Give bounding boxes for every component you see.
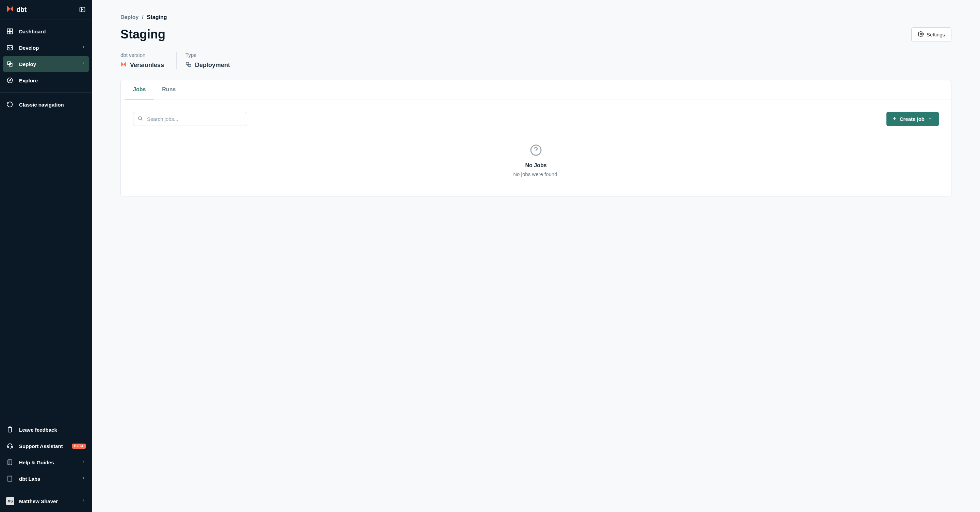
user-menu[interactable]: MS Matthew Shaver [4, 494, 88, 508]
chevron-down-icon [928, 116, 933, 122]
search-icon [137, 116, 143, 123]
tabs: Jobs Runs [121, 80, 951, 99]
page-title: Staging [121, 27, 165, 41]
settings-button-label: Settings [927, 32, 945, 37]
sidebar-header: dbt [0, 0, 92, 19]
environment-meta: dbt version Versionless Type Deployment [121, 52, 951, 69]
meta-version-value: Versionless [121, 61, 164, 69]
book-icon [6, 459, 14, 466]
logo[interactable]: dbt [6, 5, 27, 14]
settings-button[interactable]: Settings [911, 27, 951, 42]
logo-text: dbt [16, 6, 27, 14]
breadcrumb-current: Staging [147, 14, 167, 21]
sidebar-item-help[interactable]: Help & Guides [3, 455, 89, 470]
sidebar-nav: Dashboard Develop Deploy [0, 19, 92, 490]
svg-point-10 [8, 78, 13, 83]
dbt-logo-icon [6, 5, 14, 14]
sidebar-item-develop[interactable]: Develop [3, 40, 89, 56]
develop-icon [6, 44, 14, 51]
search-input[interactable] [133, 112, 247, 126]
create-job-button[interactable]: + Create job [886, 112, 939, 126]
explore-icon [6, 77, 14, 84]
svg-rect-3 [10, 29, 13, 31]
jobs-card: Jobs Runs + Create job [121, 80, 951, 196]
meta-type-value: Deployment [185, 61, 230, 69]
revert-icon [6, 101, 14, 108]
gear-icon [918, 31, 924, 38]
breadcrumb-parent[interactable]: Deploy [121, 14, 138, 21]
svg-rect-16 [8, 460, 12, 465]
meta-type: Type Deployment [176, 52, 242, 69]
breadcrumb-separator: / [142, 14, 143, 21]
sidebar-item-org[interactable]: dbt Labs [3, 471, 89, 486]
deployment-icon [185, 61, 192, 69]
beta-badge: BETA [72, 443, 86, 449]
chevron-right-icon [81, 498, 86, 504]
sidebar-item-classic-navigation[interactable]: Classic navigation [3, 97, 89, 112]
chevron-right-icon [81, 45, 86, 51]
chevron-right-icon [81, 459, 86, 465]
svg-rect-2 [8, 29, 10, 31]
question-circle-icon [530, 144, 542, 158]
chevron-right-icon [81, 475, 86, 482]
building-icon [6, 475, 14, 482]
meta-type-label: Type [185, 52, 230, 58]
chevron-right-icon [81, 61, 86, 67]
meta-version-label: dbt version [121, 52, 164, 58]
svg-rect-5 [10, 32, 13, 34]
tab-jobs[interactable]: Jobs [125, 80, 154, 99]
dbt-version-icon [121, 61, 127, 69]
svg-rect-27 [188, 64, 191, 66]
user-name: Matthew Shaver [19, 498, 76, 504]
meta-version: dbt version Versionless [121, 52, 176, 69]
svg-line-31 [141, 120, 142, 121]
main-content: Deploy / Staging Staging Settings dbt ve… [92, 0, 980, 512]
collapse-icon [79, 6, 86, 13]
sidebar-user: MS Matthew Shaver [0, 490, 92, 512]
sidebar-item-deploy[interactable]: Deploy [3, 56, 89, 72]
breadcrumb: Deploy / Staging [121, 14, 951, 21]
tab-runs[interactable]: Runs [154, 80, 184, 99]
avatar: MS [6, 497, 14, 505]
sidebar-item-feedback[interactable]: Leave feedback [3, 422, 89, 437]
sidebar: dbt Dashboard Develop [0, 0, 92, 512]
empty-title: No Jobs [525, 163, 546, 169]
search-wrap [133, 112, 247, 126]
svg-point-25 [920, 33, 922, 35]
create-job-label: Create job [900, 116, 924, 122]
deploy-icon [6, 60, 14, 68]
svg-rect-4 [8, 32, 10, 34]
dashboard-icon [6, 27, 14, 35]
sidebar-item-explore[interactable]: Explore [3, 72, 89, 88]
svg-line-7 [10, 47, 10, 49]
empty-state: No Jobs No jobs were found. [133, 140, 939, 184]
svg-point-30 [138, 116, 142, 120]
headset-icon [6, 442, 14, 450]
svg-rect-18 [8, 476, 12, 482]
page-header: Staging Settings [121, 27, 951, 42]
toolbar: + Create job [133, 112, 939, 126]
plus-icon: + [892, 115, 896, 123]
sidebar-item-support[interactable]: Support Assistant BETA [3, 438, 89, 454]
clipboard-icon [6, 426, 14, 433]
svg-rect-15 [11, 446, 12, 448]
empty-subtitle: No jobs were found. [513, 171, 558, 177]
svg-rect-14 [8, 446, 8, 448]
svg-rect-26 [186, 62, 189, 64]
sidebar-item-dashboard[interactable]: Dashboard [3, 24, 89, 39]
collapse-sidebar-button[interactable] [79, 6, 86, 13]
nav-divider [0, 92, 92, 93]
svg-marker-11 [9, 79, 11, 82]
